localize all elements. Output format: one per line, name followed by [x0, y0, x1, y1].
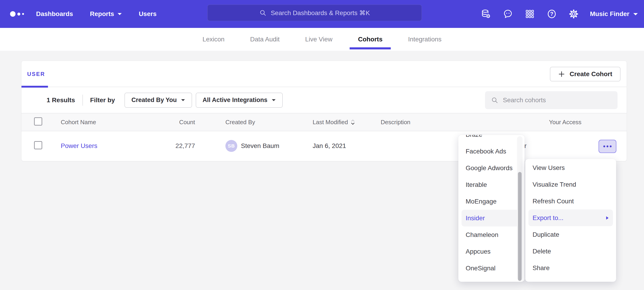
created-by-filter[interactable]: Created By You [124, 93, 192, 108]
menu-item-onesignal[interactable]: OneSignal [462, 260, 521, 276]
dot-icon [603, 146, 605, 147]
global-search-input[interactable]: Search Dashboards & Reports ⌘K [207, 5, 422, 21]
column-your-access[interactable]: Your Access [549, 119, 627, 126]
menu-item-moengage[interactable]: MoEngage [462, 193, 521, 210]
integrations-filter[interactable]: All Active Integrations [196, 93, 283, 108]
row-checkbox[interactable] [34, 141, 42, 149]
more-actions-button[interactable] [598, 140, 616, 153]
chevron-down-icon [633, 13, 638, 16]
help-icon[interactable]: ? [545, 7, 559, 21]
column-created-by[interactable]: Created By [198, 119, 313, 126]
apps-grid-icon[interactable] [523, 7, 537, 21]
nav-reports[interactable]: Reports [90, 10, 122, 18]
plus-icon [558, 71, 565, 78]
table-row[interactable]: Power Users 22,777 SB Steven Baum Jan 6,… [22, 131, 627, 161]
cohort-count: 22,777 [171, 142, 198, 150]
last-modified-cell: Jan 6, 2021 [313, 142, 381, 150]
chevron-down-icon [118, 13, 122, 15]
data-settings-icon[interactable] [479, 7, 493, 21]
tab-lexicon[interactable]: Lexicon [202, 28, 225, 51]
column-description[interactable]: Description [381, 119, 549, 126]
chevron-down-icon [272, 99, 276, 101]
menu-item-share[interactable]: Share [528, 260, 613, 276]
tab-cohorts[interactable]: Cohorts [358, 28, 382, 51]
menu-item-chameleon[interactable]: Chameleon [462, 226, 521, 243]
cohort-search-placeholder: Search cohorts [503, 96, 546, 104]
cohort-actions-menu: View Users Visualize Trend Refresh Count… [525, 159, 616, 282]
menu-item-iterable[interactable]: Iterable [462, 176, 521, 193]
column-cohort-name[interactable]: Cohort Name [61, 119, 171, 126]
workspace-name: Music Finder [590, 10, 630, 18]
tab-user[interactable]: USER [22, 61, 48, 87]
mixpanel-logo-icon[interactable] [10, 0, 24, 28]
dot-icon [610, 146, 612, 147]
dot-icon [606, 146, 608, 147]
menu-item-facebook-ads[interactable]: Facebook Ads [462, 143, 521, 160]
scrollbar-thumb[interactable] [518, 172, 522, 281]
menu-item-refresh-count[interactable]: Refresh Count [528, 193, 613, 210]
nav-right-cluster: ? Music Finder [479, 0, 638, 28]
filter-row: 1 Results Filter by Created By You All A… [22, 87, 627, 113]
search-icon [491, 96, 498, 104]
filter-by-label: Filter by [90, 96, 115, 104]
avatar: SB [226, 140, 237, 152]
menu-item-appcues[interactable]: Appcues [462, 243, 521, 260]
cohort-type-row: USER Create Cohort [22, 61, 627, 87]
settings-gear-icon[interactable] [566, 7, 581, 21]
section-tabs: Lexicon Data Audit Live View Cohorts Int… [0, 28, 644, 51]
svg-text:?: ? [550, 11, 553, 17]
tab-data-audit[interactable]: Data Audit [250, 28, 280, 51]
select-all-checkbox[interactable] [34, 117, 42, 125]
chevron-down-icon [181, 99, 185, 101]
sort-icon [350, 119, 355, 125]
cohorts-panel: USER Create Cohort 1 Results Filter by C… [21, 61, 627, 161]
menu-item-visualize-trend[interactable]: Visualize Trend [528, 176, 613, 193]
divider [82, 95, 83, 106]
table-header: Cohort Name Count Created By Last Modifi… [22, 113, 627, 131]
menu-item-insider[interactable]: Insider [462, 210, 521, 226]
menu-item-duplicate[interactable]: Duplicate [528, 226, 613, 243]
column-last-modified[interactable]: Last Modified [313, 119, 381, 126]
tab-live-view[interactable]: Live View [305, 28, 332, 51]
cohort-search-input[interactable]: Search cohorts [485, 91, 618, 109]
created-by-name: Steven Baum [241, 142, 279, 150]
menu-item-braze[interactable]: Braze [462, 135, 521, 143]
global-search-placeholder: Search Dashboards & Reports ⌘K [270, 9, 370, 17]
export-menu-list: Braze Facebook Ads Google Adwords Iterab… [458, 135, 524, 276]
results-count: 1 Results [46, 96, 75, 104]
nav-dashboards[interactable]: Dashboards [36, 10, 73, 18]
active-tab-underline [350, 47, 391, 49]
workspace-switcher[interactable]: Music Finder [590, 10, 638, 18]
search-icon [259, 9, 266, 17]
submenu-arrow-icon [606, 216, 609, 220]
created-by-cell: SB Steven Baum [198, 140, 313, 152]
menu-item-export-to[interactable]: Export to... [528, 210, 613, 226]
tab-integrations[interactable]: Integrations [408, 28, 442, 51]
create-cohort-button[interactable]: Create Cohort [550, 67, 620, 81]
primary-nav: Dashboards Reports Users [36, 0, 156, 28]
menu-item-view-users[interactable]: View Users [528, 160, 613, 176]
export-destinations-menu: Braze Facebook Ads Google Adwords Iterab… [458, 135, 524, 282]
top-nav: Dashboards Reports Users Search Dashboar… [0, 0, 644, 28]
feedback-icon[interactable] [501, 7, 515, 21]
menu-item-google-adwords[interactable]: Google Adwords [462, 160, 521, 176]
column-count[interactable]: Count [171, 119, 198, 126]
menu-item-delete[interactable]: Delete [528, 243, 613, 260]
cohort-name-link[interactable]: Power Users [61, 142, 97, 149]
nav-users[interactable]: Users [139, 10, 157, 18]
